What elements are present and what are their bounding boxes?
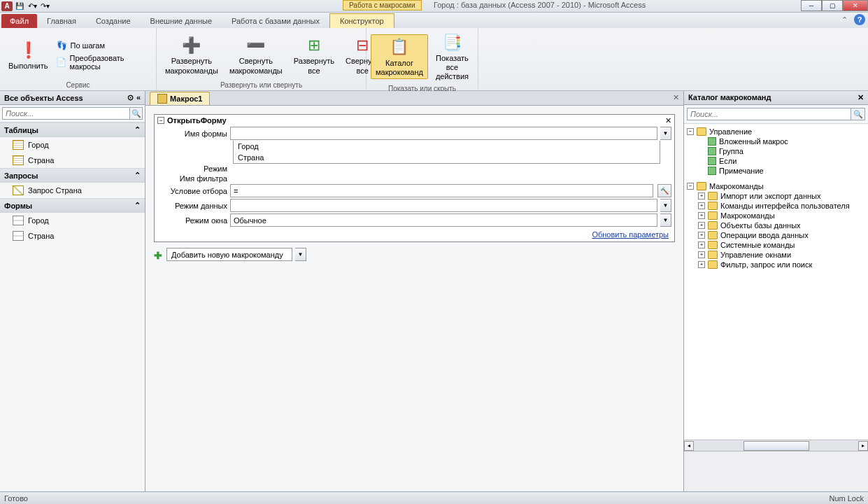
file-tab[interactable]: Файл [1, 14, 37, 28]
window-mode-input[interactable]: Обычное [230, 214, 657, 227]
nav-form-item[interactable]: Город [0, 213, 145, 228]
add-action-combo[interactable]: Добавить новую макрокоманду [166, 248, 292, 261]
expand-node-icon[interactable]: + [698, 251, 705, 258]
tab-external[interactable]: Внешние данные [141, 14, 222, 28]
tree-item[interactable]: Объекты базы данных [720, 221, 801, 230]
catalog-close-button[interactable]: ✕ [858, 93, 864, 102]
collapse-icon[interactable]: ⌃ [134, 171, 141, 180]
tree-item[interactable]: Управление окнами [720, 251, 791, 259]
expression-builder-button[interactable]: 🔨 [657, 184, 671, 197]
catalog-preview [684, 451, 868, 491]
folder-icon [708, 192, 718, 200]
tree-item[interactable]: Фильтр, запрос или поиск [720, 260, 812, 269]
tree-item[interactable]: Команды интерфейса пользователя [720, 202, 850, 210]
maximize-button[interactable]: ▢ [822, 0, 843, 11]
convert-button[interactable]: 📄Преобразовать макросы [55, 53, 152, 71]
expand-node-icon[interactable]: + [698, 232, 705, 239]
tree-item[interactable]: Макрокоманды [720, 211, 775, 220]
collapse-node-icon[interactable]: − [687, 128, 694, 135]
tree-actions-header[interactable]: Макрокоманды [709, 182, 764, 190]
nav-collapse-icon[interactable]: « [136, 93, 141, 102]
dropdown-option[interactable]: Город [234, 141, 660, 152]
minimize-button[interactable]: ─ [801, 0, 822, 11]
tree-item[interactable]: Операции ввода данных [720, 231, 809, 239]
nav-search-button[interactable]: 🔍 [130, 107, 143, 120]
nav-form-item[interactable]: Страна [0, 228, 145, 244]
update-params-link[interactable]: Обновить параметры [155, 227, 674, 241]
nav-search-input[interactable] [2, 107, 130, 120]
minimize-ribbon-icon[interactable]: ⌃ [841, 15, 850, 24]
undo-icon[interactable]: ↶▾ [27, 1, 38, 11]
collapse-node-icon[interactable]: − [687, 183, 694, 190]
expand-node-icon[interactable]: + [698, 202, 705, 209]
action-title: ОткрытьФорму [167, 116, 227, 125]
expand-actions-button[interactable]: ➕Развернуть макрокоманды [161, 33, 222, 76]
expand-node-icon[interactable]: + [698, 261, 705, 268]
forms-header[interactable]: Формы [4, 202, 32, 210]
form-name-dropdown-button[interactable]: ▼ [660, 127, 671, 140]
flow-item-icon [708, 147, 716, 155]
window-mode-dropdown-button[interactable]: ▼ [660, 214, 671, 227]
macro-icon [157, 94, 167, 104]
tab-constructor[interactable]: Конструктор [329, 13, 394, 28]
nav-query-item[interactable]: Запрос Страна [0, 183, 145, 198]
tree-item[interactable]: Системные команды [720, 241, 795, 249]
form-name-input[interactable] [230, 127, 657, 140]
run-button[interactable]: ❗ Выполнить [4, 38, 52, 72]
remove-action-button[interactable]: ✕ [663, 116, 673, 126]
nav-table-item[interactable]: Страна [0, 153, 145, 168]
tree-item[interactable]: Вложенный макрос [719, 137, 788, 146]
tree-item[interactable]: Группа [719, 147, 744, 155]
form-name-dropdown-list: Город Страна [233, 141, 660, 164]
collapse-icon[interactable]: ⌃ [134, 125, 141, 134]
expand-node-icon[interactable]: + [698, 241, 705, 248]
tab-dbtools[interactable]: Работа с базами данных [222, 14, 329, 28]
tree-flow-header[interactable]: Управление [709, 127, 752, 136]
collapse-icon: ➖ [245, 34, 267, 57]
expand-node-icon[interactable]: + [698, 192, 705, 200]
catalog-search-input[interactable] [687, 108, 851, 120]
expand-node-icon[interactable]: + [698, 222, 705, 229]
step-button[interactable]: 👣По шагам [55, 39, 152, 52]
document-close-button[interactable]: ✕ [671, 93, 681, 103]
collapse-actions-button[interactable]: ➖Свернуть макрокоманды [225, 33, 287, 76]
scroll-left-icon[interactable]: ◂ [684, 441, 694, 451]
catalog-hscrollbar[interactable]: ◂ ▸ [684, 440, 868, 451]
folder-icon [708, 241, 718, 249]
catalog-button[interactable]: 📋Каталог макрокоманд [371, 34, 428, 79]
query-icon [13, 186, 24, 195]
queries-header[interactable]: Запросы [4, 172, 38, 180]
data-mode-dropdown-button[interactable]: ▼ [660, 199, 671, 212]
form-icon [13, 231, 24, 241]
close-button[interactable]: ✕ [843, 0, 868, 11]
save-icon[interactable]: 💾 [14, 1, 25, 11]
nav-dropdown-icon[interactable]: ⊙ [127, 93, 134, 102]
catalog-search-button[interactable]: 🔍 [851, 108, 865, 120]
run-icon: ❗ [17, 39, 39, 62]
scroll-thumb[interactable] [744, 441, 809, 451]
context-tab-label: Работа с макросами [343, 0, 422, 10]
tab-home[interactable]: Главная [37, 14, 86, 28]
help-icon[interactable]: ? [854, 14, 865, 25]
nav-table-item[interactable]: Город [0, 137, 145, 153]
data-mode-input[interactable] [230, 199, 657, 212]
tree-item[interactable]: Импорт или экспорт данных [720, 192, 820, 200]
collapse-action-icon[interactable]: − [157, 117, 164, 124]
folder-icon [708, 251, 718, 259]
document-tab[interactable]: Макрос1 [150, 92, 210, 105]
scroll-right-icon[interactable]: ▸ [858, 441, 868, 451]
add-action-dropdown-button[interactable]: ▼ [295, 248, 306, 261]
redo-icon[interactable]: ↷▾ [39, 1, 50, 11]
expand-node-icon[interactable]: + [698, 212, 705, 219]
show-all-button[interactable]: 📑Показать все действия [431, 30, 474, 83]
tree-item[interactable]: Примечание [719, 167, 764, 175]
tab-create[interactable]: Создание [86, 14, 141, 28]
show-all-icon: 📑 [441, 31, 463, 54]
where-input[interactable]: = [230, 184, 653, 197]
tree-item[interactable]: Если [719, 157, 737, 165]
expand-all-button[interactable]: ⊞Развернуть все [290, 33, 339, 76]
collapse-icon[interactable]: ⌃ [134, 201, 141, 210]
dropdown-option[interactable]: Страна [234, 152, 660, 163]
tables-header[interactable]: Таблицы [4, 126, 38, 134]
catalog-title: Каталог макрокоманд [688, 93, 771, 102]
